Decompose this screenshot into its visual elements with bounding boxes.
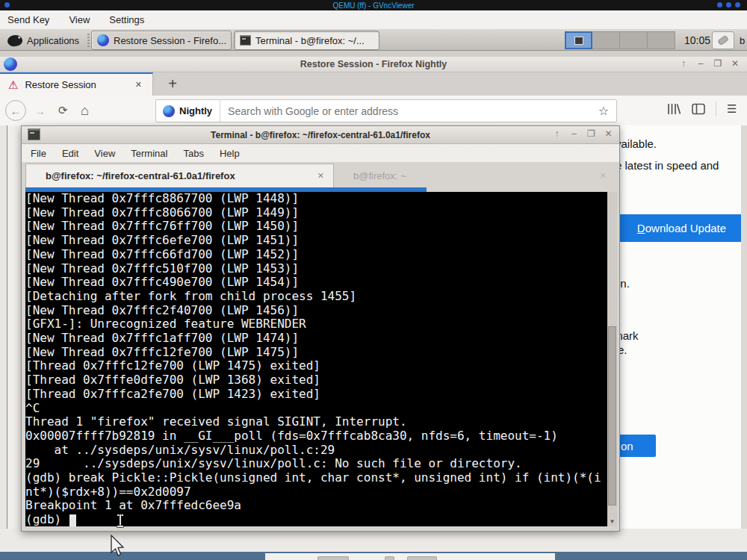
terminal-tabbar: b@firefox: ~/firefox-central-61.0a1/fire… (22, 162, 619, 187)
vnc-control-dot[interactable] (726, 2, 731, 7)
nightly-label: Nightly (179, 105, 212, 116)
terminal-prompt-line: (gdb) (25, 513, 607, 526)
background-window-panel (265, 553, 555, 560)
tray-icon (717, 35, 729, 46)
home-button[interactable]: ⌂ (81, 103, 89, 119)
background-window-button (407, 556, 437, 560)
nightly-icon (163, 105, 175, 117)
taskbar-item-terminal[interactable]: Terminal - b@firefox: ~/... (234, 31, 379, 50)
vnc-control-dot[interactable] (735, 2, 740, 7)
terminal-menubar: File Edit View Terminal Tabs Help (22, 144, 619, 162)
terminal-app-icon (28, 128, 40, 140)
gdb-prompt: (gdb) (25, 513, 69, 526)
download-update-button[interactable]: Download Update (619, 214, 744, 242)
menu-terminal[interactable]: Terminal (131, 148, 167, 159)
workspace-3[interactable] (620, 31, 648, 49)
terminal-cursor (69, 514, 76, 526)
taskbar-item-label: Terminal - b@firefox: ~/... (255, 35, 365, 46)
hamburger-menu-icon[interactable]: ☰ (727, 102, 737, 116)
menu-send-key[interactable]: Send Key (7, 14, 49, 25)
terminal-output: [New Thread 0x7fffc8867700 (LWP 1448)] [… (25, 192, 607, 513)
firefox-window-controls: ↑ – ❐ ✕ (679, 58, 740, 69)
address-input[interactable] (220, 105, 598, 117)
menu-edit[interactable]: Edit (62, 148, 78, 159)
shade-button[interactable]: ↑ (552, 128, 562, 139)
identity-chip[interactable]: Nightly (156, 100, 220, 122)
terminal-screen[interactable]: [New Thread 0x7fffc8867700 (LWP 1448)] [… (25, 192, 607, 526)
menu-view[interactable]: View (94, 148, 115, 159)
terminal-window-title: Terminal - b@firefox: ~/firefox-central-… (211, 130, 430, 140)
sidebar-icon[interactable] (692, 103, 705, 115)
tab-restore-session[interactable]: ⚠ Restore Session ✕ (0, 72, 153, 96)
background-window-button (317, 556, 349, 560)
taskbar-item-firefox[interactable]: Restore Session - Firefo... (91, 31, 232, 50)
bookmark-star-icon[interactable]: ☆ (598, 104, 609, 118)
library-icon[interactable] (667, 103, 681, 115)
page-content-left (0, 125, 21, 551)
terminal-tab-active[interactable]: b@firefox: ~/firefox-central-61.0a1/fire… (25, 164, 334, 187)
firefox-nightly-icon (97, 34, 109, 46)
close-button[interactable]: ✕ (604, 128, 613, 139)
back-icon: ← (10, 105, 22, 117)
workspace-pager (565, 31, 675, 49)
firefox-app-icon (4, 57, 17, 71)
page-text-fragment: e latest in speed and (616, 159, 719, 172)
scrollbar-thumb[interactable] (608, 326, 616, 505)
scrollbar-down-arrow[interactable]: ▼ (607, 517, 617, 526)
tray-button[interactable] (712, 31, 734, 49)
warning-icon: ⚠ (8, 79, 18, 90)
terminal-tab-label: b@firefox: ~/firefox-central-61.0a1/fire… (46, 170, 317, 181)
clock[interactable]: 10:05 (684, 34, 710, 46)
menu-settings[interactable]: Settings (109, 14, 144, 25)
applications-icon (7, 34, 24, 48)
page-scrollbar[interactable] (741, 125, 747, 551)
applications-label: Applications (27, 35, 79, 46)
terminal-titlebar[interactable]: Terminal - b@firefox: ~/firefox-central-… (22, 126, 619, 144)
applications-menu-button[interactable]: Applications (1, 31, 85, 50)
tab-label: Restore Session (25, 79, 134, 90)
maximize-button[interactable]: ❐ (586, 128, 596, 139)
toolbar-separator (716, 102, 716, 116)
forward-button[interactable]: → (34, 105, 46, 117)
user-label: b (740, 35, 745, 46)
terminal-tab-inactive[interactable]: b@firefox: ~ ✕ (334, 164, 616, 187)
restore-button[interactable]: ❐ (713, 58, 722, 69)
shade-button[interactable]: ↑ (679, 58, 688, 69)
menu-tabs[interactable]: Tabs (183, 148, 203, 159)
page-content-divider (7, 125, 7, 551)
url-bar[interactable]: Nightly ☆ (155, 99, 617, 122)
close-button[interactable]: ✕ (731, 58, 740, 69)
vnc-titlebar: QEMU (ff) - GVncViewer (0, 0, 747, 10)
workspace-2[interactable] (592, 31, 620, 49)
back-button[interactable]: ← (5, 100, 26, 121)
terminal-window: Terminal - b@firefox: ~/firefox-central-… (21, 125, 620, 532)
terminal-icon (240, 35, 251, 46)
page-text-fragment: vailable. (616, 137, 657, 150)
firefox-window-title: Restore Session - Firefox Nightly (300, 59, 447, 69)
minimize-button[interactable]: – (696, 58, 705, 69)
firefox-titlebar[interactable]: Restore Session - Firefox Nightly (0, 57, 747, 72)
text-cursor-pointer (117, 514, 123, 527)
mouse-cursor (109, 535, 125, 557)
vnc-window-dot (4, 2, 10, 7)
menu-view[interactable]: View (69, 14, 90, 25)
minimize-button[interactable]: – (569, 128, 579, 139)
reload-button[interactable]: ⟳ (58, 104, 68, 117)
page-content-right (605, 125, 741, 529)
vnc-window-title: QEMU (ff) - GVncViewer (332, 1, 414, 10)
panel-handle (87, 34, 90, 47)
new-tab-button[interactable]: + (161, 72, 184, 96)
menu-help[interactable]: Help (220, 148, 240, 159)
desktop-taskbar: Applications Restore Session - Firefo...… (0, 30, 747, 51)
background-window-button (385, 556, 394, 560)
tab-close-icon[interactable]: ✕ (135, 80, 142, 90)
terminal-scrollbar[interactable]: ▼ (607, 192, 617, 526)
workspace-4[interactable] (648, 31, 675, 49)
vnc-viewport: QEMU (ff) - GVncViewer Send Key View Set… (0, 0, 747, 560)
tab-close-icon[interactable]: ✕ (317, 171, 324, 181)
vnc-control-dot[interactable] (717, 2, 722, 7)
terminal-tab-label: b@firefox: ~ (353, 170, 600, 181)
menu-file[interactable]: File (31, 148, 46, 159)
workspace-1[interactable] (565, 31, 592, 49)
tab-close-icon[interactable]: ✕ (600, 171, 607, 181)
